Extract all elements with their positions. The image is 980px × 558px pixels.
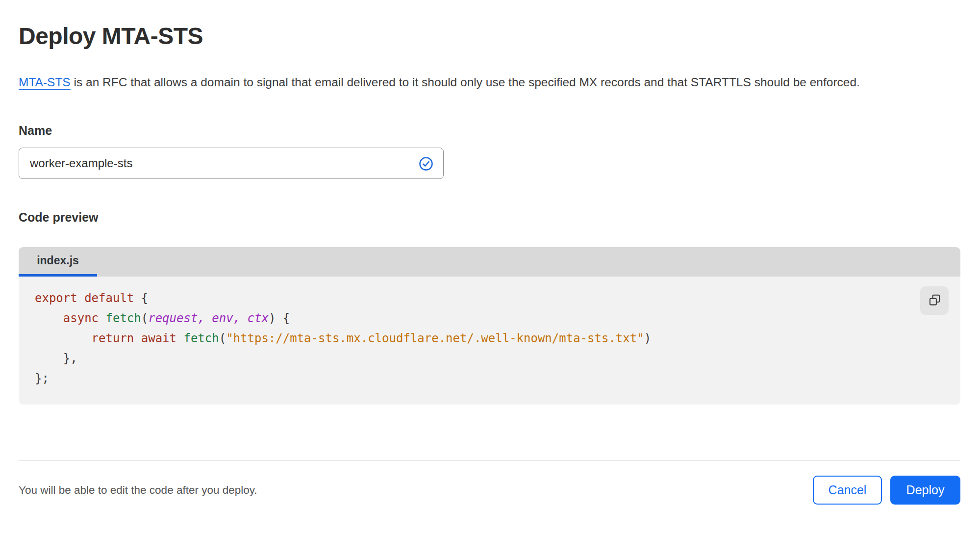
cancel-button[interactable]: Cancel <box>813 476 882 505</box>
footer-note: You will be able to edit the code after … <box>19 484 257 497</box>
code-tab-bar: index.js <box>19 247 960 277</box>
name-input[interactable] <box>19 148 443 178</box>
code-card: index.js export default { async fetch(re… <box>19 247 960 405</box>
description: MTA-STS is an RFC that allows a domain t… <box>19 71 940 93</box>
name-input-wrapper <box>19 148 444 179</box>
name-label: Name <box>19 124 960 138</box>
code-content: export default { async fetch(request, en… <box>35 288 960 389</box>
footer-divider <box>19 460 960 461</box>
tab-index-js[interactable]: index.js <box>19 247 97 277</box>
description-text: is an RFC that allows a domain to signal… <box>71 76 860 89</box>
copy-icon <box>928 293 941 308</box>
footer: You will be able to edit the code after … <box>19 476 960 505</box>
copy-button[interactable] <box>920 286 949 315</box>
mta-sts-link[interactable]: MTA-STS <box>19 76 71 89</box>
code-preview-label: Code preview <box>19 210 960 225</box>
footer-actions: Cancel Deploy <box>813 476 960 505</box>
check-circle-icon <box>419 156 433 171</box>
deploy-mta-sts-page: Deploy MTA-STS MTA-STS is an RFC that al… <box>0 0 980 505</box>
deploy-button[interactable]: Deploy <box>890 476 960 505</box>
code-area: export default { async fetch(request, en… <box>19 277 960 405</box>
page-title: Deploy MTA-STS <box>19 23 960 50</box>
